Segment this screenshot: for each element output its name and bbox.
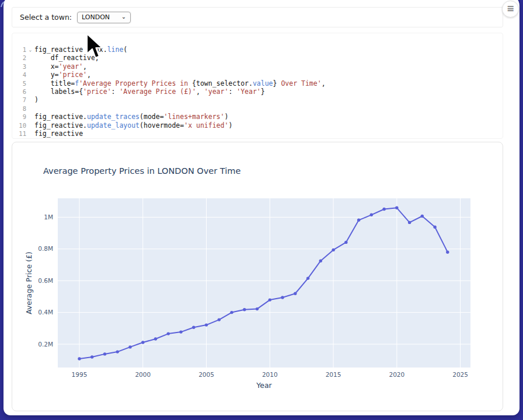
data-point[interactable] xyxy=(433,226,436,229)
code-line: 3 x='year', xyxy=(12,62,503,71)
data-point[interactable] xyxy=(344,241,347,244)
code-text: ) xyxy=(34,96,39,104)
data-point[interactable] xyxy=(116,350,119,353)
chart-title: Average Property Prices in LONDON Over T… xyxy=(43,166,240,176)
code-lines: 1⌄fig_reactive = px.line(2 df_reactive,3… xyxy=(12,46,503,138)
data-point[interactable] xyxy=(192,326,195,329)
line-number: 3 xyxy=(12,62,26,71)
data-point[interactable] xyxy=(421,215,424,218)
x-tick-label: 2020 xyxy=(389,371,405,378)
data-point[interactable] xyxy=(205,323,208,326)
town-select[interactable]: LONDON ⌄ xyxy=(77,12,131,23)
code-text: title=f'Average Property Prices in {town… xyxy=(34,79,326,88)
fold-gutter xyxy=(26,113,34,121)
data-point[interactable] xyxy=(141,341,144,344)
line-number: 8 xyxy=(12,104,26,113)
y-tick-label: 0.4M xyxy=(38,309,53,316)
data-point[interactable] xyxy=(90,355,93,358)
x-axis-title: Year xyxy=(256,381,272,390)
data-point[interactable] xyxy=(78,357,81,360)
data-point[interactable] xyxy=(332,249,334,251)
code-line: 11fig_reactive xyxy=(12,130,503,138)
code-text: df_reactive, xyxy=(34,54,99,62)
data-point[interactable] xyxy=(294,292,297,295)
code-line: 10fig_reactive.update_layout(hovermode='… xyxy=(12,121,503,130)
fold-gutter xyxy=(26,104,34,113)
data-point[interactable] xyxy=(269,298,271,301)
code-text: fig_reactive = px.line( xyxy=(34,46,127,54)
data-point[interactable] xyxy=(167,332,170,335)
x-tick-label: 2010 xyxy=(262,371,278,378)
notebook-menu-button[interactable]: ≡ xyxy=(502,1,519,18)
fold-gutter xyxy=(26,130,34,138)
town-select-value: LONDON xyxy=(82,13,110,21)
y-tick-label: 0.2M xyxy=(38,341,53,348)
data-point[interactable] xyxy=(179,330,182,333)
line-number: 9 xyxy=(12,113,26,121)
data-point[interactable] xyxy=(395,206,398,209)
fold-chevron-icon[interactable]: ⌄ xyxy=(26,46,34,54)
data-point[interactable] xyxy=(103,352,106,355)
data-point[interactable] xyxy=(446,251,449,254)
code-editor[interactable]: 1⌄fig_reactive = px.line(2 df_reactive,3… xyxy=(12,33,503,139)
x-tick-label: 2005 xyxy=(198,371,214,378)
x-tick-label: 2000 xyxy=(135,371,151,378)
y-tick-label: 0.8M xyxy=(38,245,53,252)
data-point[interactable] xyxy=(319,260,322,262)
data-point[interactable] xyxy=(281,296,284,299)
data-point[interactable] xyxy=(256,307,259,310)
fold-gutter xyxy=(26,62,34,71)
data-point[interactable] xyxy=(243,308,246,311)
code-line: 6 labels={'price': 'Average Price (£)', … xyxy=(12,88,503,96)
data-point[interactable] xyxy=(357,219,360,222)
line-number: 1 xyxy=(12,46,26,54)
data-point[interactable] xyxy=(218,318,221,321)
line-number: 11 xyxy=(12,130,26,138)
x-tick-label: 2015 xyxy=(326,371,341,378)
line-number: 4 xyxy=(12,71,26,79)
code-line: 5 title=f'Average Property Prices in {to… xyxy=(12,79,503,88)
line-number: 5 xyxy=(12,79,26,88)
code-text: labels={'price': 'Average Price (£)', 'y… xyxy=(34,88,265,96)
code-line: 7) xyxy=(12,96,503,104)
town-select-label: Select a town: xyxy=(20,13,72,22)
fold-gutter xyxy=(26,71,34,79)
hamburger-icon: ≡ xyxy=(507,4,514,13)
data-point[interactable] xyxy=(408,221,411,224)
data-point[interactable] xyxy=(154,337,157,340)
code-line: 2 df_reactive, xyxy=(12,54,503,62)
code-line: 1⌄fig_reactive = px.line( xyxy=(12,46,503,54)
fold-gutter xyxy=(26,96,34,104)
data-point[interactable] xyxy=(230,311,233,314)
code-text: x='year', xyxy=(34,62,87,71)
y-tick-label: 1M xyxy=(44,214,53,220)
y-tick-label: 0.6M xyxy=(38,277,53,284)
chart-output-cell: 19952000200520102015202020250.2M0.4M0.6M… xyxy=(12,142,503,411)
line-number: 6 xyxy=(12,88,26,96)
town-selector-row: Select a town: LONDON ⌄ xyxy=(12,7,503,27)
fold-gutter xyxy=(26,79,34,88)
code-line: 8 xyxy=(12,104,503,113)
code-text: fig_reactive.update_layout(hovermode='x … xyxy=(34,121,232,130)
data-point[interactable] xyxy=(306,276,309,279)
y-axis-title: Average Price (£) xyxy=(25,251,33,314)
line-number: 2 xyxy=(12,54,26,62)
data-point[interactable] xyxy=(370,214,373,216)
fold-gutter xyxy=(26,88,34,96)
x-tick-label: 1995 xyxy=(72,371,88,378)
line-number: 10 xyxy=(12,121,26,130)
x-tick-label: 2025 xyxy=(452,371,468,378)
fold-gutter xyxy=(26,54,34,62)
line-number: 7 xyxy=(12,96,26,104)
fold-gutter xyxy=(26,121,34,130)
code-text: fig_reactive xyxy=(34,130,83,138)
code-line: 9fig_reactive.update_traces(mode='lines+… xyxy=(12,113,503,121)
price-chart[interactable]: 19952000200520102015202020250.2M0.4M0.6M… xyxy=(12,142,503,411)
data-point[interactable] xyxy=(382,208,385,211)
chevron-down-icon: ⌄ xyxy=(121,14,126,20)
code-line: 4 y='price', xyxy=(12,71,503,79)
code-text: y='price', xyxy=(34,71,91,79)
code-text: fig_reactive.update_traces(mode='lines+m… xyxy=(34,113,228,121)
data-point[interactable] xyxy=(128,345,131,348)
